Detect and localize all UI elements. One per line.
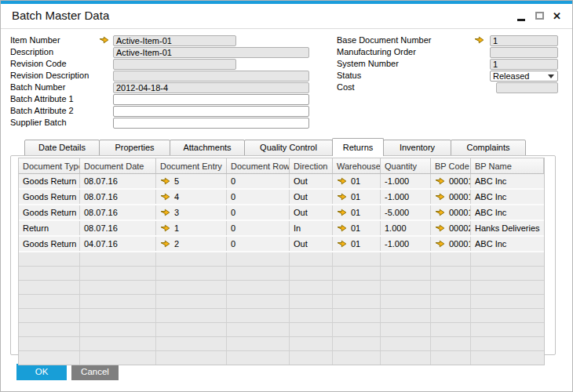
tab-quality-control[interactable]: Quality Control bbox=[244, 140, 333, 156]
maximize-icon bbox=[535, 12, 544, 20]
column-header-bp-code[interactable]: BP Code bbox=[431, 158, 471, 173]
table-row[interactable]: Return08.07.1610In011.00000002Hanks Deli… bbox=[19, 221, 544, 237]
cell-value: Out bbox=[294, 208, 308, 217]
cell-empty bbox=[80, 295, 156, 308]
cell-empty bbox=[381, 323, 431, 336]
batch-attribute-1-field[interactable] bbox=[113, 94, 309, 105]
supplier-batch-field[interactable] bbox=[113, 118, 309, 129]
tab-date-details[interactable]: Date Details bbox=[24, 140, 100, 156]
link-arrow-icon[interactable] bbox=[474, 36, 484, 44]
link-arrow-icon[interactable] bbox=[99, 36, 109, 44]
description-field: Active-Item-01 bbox=[113, 47, 309, 58]
link-arrow-icon[interactable] bbox=[337, 240, 347, 248]
link-arrow-icon[interactable] bbox=[337, 209, 347, 216]
status-dropdown[interactable]: Released bbox=[490, 71, 558, 82]
cell-empty bbox=[333, 281, 381, 294]
tab-attachments[interactable]: Attachments bbox=[170, 140, 245, 156]
minimize-button[interactable] bbox=[514, 4, 528, 28]
column-header-document-date[interactable]: Document Date bbox=[80, 158, 156, 173]
table-row[interactable]: Goods Return08.07.1650Out01-1.00000001AB… bbox=[19, 174, 544, 190]
field-label-base-document-number: Base Document Number bbox=[337, 35, 431, 45]
cell-empty bbox=[19, 281, 80, 294]
cell-bp-name: ABC Inc bbox=[471, 174, 544, 188]
cell-empty bbox=[80, 252, 156, 266]
column-header-document-row[interactable]: Document Row bbox=[227, 158, 290, 173]
cancel-button[interactable]: Cancel bbox=[71, 364, 119, 380]
cell-bp-name: Hanks Deliveries bbox=[471, 221, 544, 235]
revision-description-field bbox=[113, 71, 309, 82]
cell-document-entry: 1 bbox=[156, 221, 227, 235]
cell-value: ABC Inc bbox=[475, 239, 506, 249]
cell-document-date: 08.07.16 bbox=[80, 190, 156, 204]
tab-returns[interactable]: Returns bbox=[332, 138, 384, 156]
column-header-quantity[interactable]: Quantity bbox=[381, 158, 431, 173]
table-row[interactable]: Goods Return08.07.1640Out01-1.00000001AB… bbox=[19, 190, 544, 205]
batch-attribute-2-field[interactable] bbox=[113, 106, 309, 117]
chevron-down-icon[interactable] bbox=[548, 74, 554, 78]
link-arrow-icon[interactable] bbox=[160, 240, 170, 248]
link-arrow-icon[interactable] bbox=[435, 209, 445, 216]
cell-empty bbox=[290, 281, 333, 294]
field-label-supplier-batch: Supplier Batch bbox=[10, 118, 67, 128]
cell-bp-code: 00001 bbox=[431, 237, 471, 251]
link-arrow-icon[interactable] bbox=[160, 224, 170, 232]
cell-document-date: 08.07.16 bbox=[80, 205, 156, 220]
cell-empty bbox=[381, 309, 431, 322]
cell-bp-code: 00001 bbox=[431, 190, 471, 204]
link-arrow-icon[interactable] bbox=[435, 224, 445, 232]
link-arrow-icon[interactable] bbox=[435, 240, 445, 248]
table-row[interactable]: Goods Return04.07.1620Out01-1.00000001AB… bbox=[19, 237, 544, 252]
cell-document-row: 0 bbox=[227, 174, 290, 188]
column-header-warehouse[interactable]: Warehouse bbox=[333, 158, 381, 173]
table-row[interactable]: Goods Return08.07.1630Out01-5.00000001AB… bbox=[19, 205, 544, 221]
cell-empty bbox=[290, 337, 333, 350]
ok-button[interactable]: OK bbox=[16, 364, 67, 380]
maximize-button[interactable] bbox=[533, 4, 547, 28]
column-header-direction[interactable]: Direction bbox=[290, 158, 333, 173]
cell-empty bbox=[431, 351, 471, 365]
tab-inventory[interactable]: Inventory bbox=[383, 140, 451, 156]
cell-empty bbox=[80, 267, 156, 280]
cell-document-type: Goods Return bbox=[19, 205, 80, 220]
link-arrow-icon[interactable] bbox=[160, 177, 170, 185]
column-header-document-entry[interactable]: Document Entry bbox=[156, 158, 227, 173]
table-row-empty bbox=[19, 252, 544, 267]
link-arrow-icon[interactable] bbox=[337, 177, 347, 185]
tab-content-panel: Document TypeDocument DateDocument Entry… bbox=[10, 155, 556, 355]
item-number-value: Active-Item-01 bbox=[116, 36, 172, 45]
column-header-document-type[interactable]: Document Type bbox=[19, 158, 80, 173]
link-arrow-icon[interactable] bbox=[160, 193, 170, 201]
cell-empty bbox=[381, 337, 431, 350]
batch-number-field: 2012-04-18-4 bbox=[113, 82, 309, 93]
cell-value: 1 bbox=[174, 223, 179, 233]
cell-empty bbox=[80, 309, 156, 322]
close-button[interactable]: ✕ bbox=[552, 4, 566, 28]
link-arrow-icon[interactable] bbox=[435, 177, 445, 185]
tab-complaints[interactable]: Complaints bbox=[451, 140, 526, 156]
cell-value: Goods Return bbox=[23, 192, 76, 201]
returns-grid: Document TypeDocument DateDocument Entry… bbox=[18, 158, 545, 365]
cell-value: In bbox=[294, 223, 301, 233]
cell-value: Goods Return bbox=[23, 176, 76, 186]
cell-empty bbox=[19, 337, 80, 350]
cell-document-type: Goods Return bbox=[19, 174, 80, 188]
cell-value: ABC Inc bbox=[475, 208, 506, 217]
cell-empty bbox=[227, 309, 290, 322]
cell-empty bbox=[431, 337, 471, 350]
cell-empty bbox=[156, 337, 227, 350]
link-arrow-icon[interactable] bbox=[435, 193, 445, 201]
cell-document-type: Goods Return bbox=[19, 237, 80, 251]
link-arrow-icon[interactable] bbox=[337, 193, 347, 201]
link-arrow-icon[interactable] bbox=[160, 209, 170, 216]
cell-empty bbox=[227, 337, 290, 350]
cell-value: Out bbox=[294, 192, 308, 201]
system-number-value: 1 bbox=[493, 60, 498, 69]
tab-properties[interactable]: Properties bbox=[99, 140, 170, 156]
cell-empty bbox=[227, 323, 290, 336]
link-arrow-icon[interactable] bbox=[337, 224, 347, 232]
cell-quantity: -1.000 bbox=[381, 174, 431, 188]
cell-document-date: 04.07.16 bbox=[80, 237, 156, 251]
column-header-bp-name[interactable]: BP Name bbox=[471, 158, 544, 173]
cell-empty bbox=[156, 252, 227, 266]
cell-empty bbox=[156, 323, 227, 336]
